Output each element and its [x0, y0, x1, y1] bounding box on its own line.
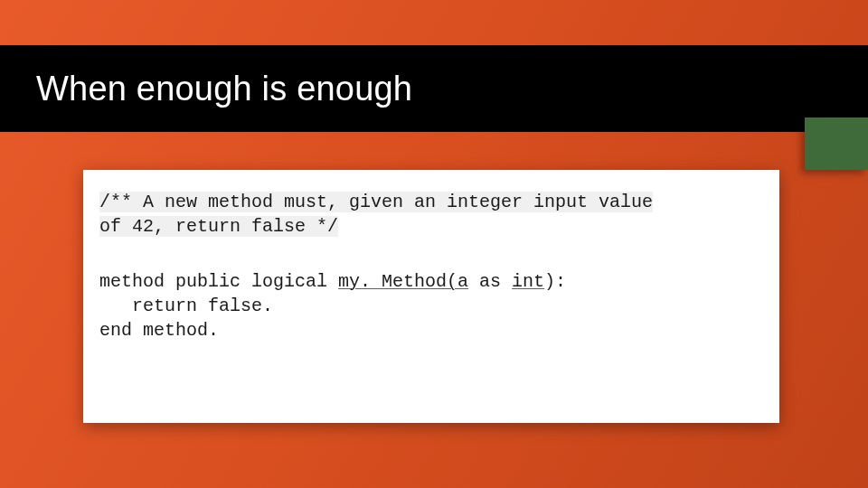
comment-line-2: of 42, return false */ — [99, 216, 338, 237]
comment-block: /** A new method must, given an integer … — [99, 190, 763, 239]
code-l1-method: my. Method(a — [338, 271, 468, 292]
code-l1-type: int — [512, 271, 544, 292]
code-block: method public logical my. Method(a as in… — [99, 269, 763, 343]
slide-title: When enough is enough — [36, 70, 412, 108]
code-l1-as: as — [468, 271, 512, 292]
accent-square — [805, 117, 868, 170]
slide: When enough is enough /** A new method m… — [0, 0, 868, 488]
code-l2: return false. — [99, 296, 273, 316]
code-l3: end method. — [99, 320, 219, 341]
title-bar: When enough is enough — [0, 45, 868, 132]
code-l1-end: ): — [544, 271, 566, 292]
comment-line-1: /** A new method must, given an integer … — [99, 192, 653, 212]
code-l1-kw: method public logical — [99, 271, 338, 292]
content-box: /** A new method must, given an integer … — [83, 170, 779, 423]
